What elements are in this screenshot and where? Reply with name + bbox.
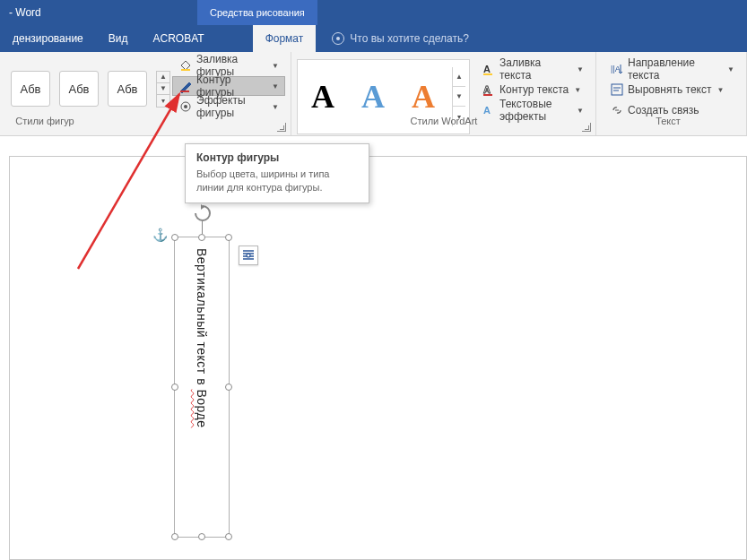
resize-handle-ml[interactable] [171,383,178,391]
resize-handle-mr[interactable] [225,383,232,391]
svg-line-13 [78,94,179,269]
shape-effects-label: Эффекты фигуры [196,94,266,119]
svg-text:A: A [483,105,491,116]
tooltip-title: Контур фигуры [196,151,358,164]
text-outline-label: Контур текста [499,83,569,96]
layout-options-button[interactable] [239,246,258,265]
svg-rect-0 [181,69,190,71]
dropdown-arrow-icon: ▼ [272,82,279,90]
tooltip-description: Выбор цвета, ширины и типа линии для кон… [196,168,358,195]
svg-text:A: A [483,64,491,74]
create-link-label: Создать связь [628,104,699,116]
svg-rect-7 [483,94,492,96]
paint-bucket-icon [178,58,193,73]
align-text-button[interactable]: Выровнять текст ▼ [604,80,741,99]
wordart-preset-3[interactable]: A [402,77,445,116]
text-fill-button[interactable]: A Заливка текста ▼ [475,59,590,79]
resize-handle-br[interactable] [225,533,232,540]
gallery-up-button[interactable]: ▲ [453,67,465,87]
tooltip-shape-outline: Контур фигуры Выбор цвета, ширины и типа… [185,143,369,203]
align-text-label: Выровнять текст [628,83,711,96]
dropdown-arrow-icon: ▼ [574,86,581,94]
gallery-up-button[interactable]: ▲ [157,72,169,83]
tell-me-search[interactable]: Что вы хотите сделать? [332,25,469,52]
wordart-preset-2[interactable]: A [352,77,395,116]
tab-acrobat[interactable]: ACROBAT [141,25,217,52]
textbox-shape[interactable]: Вертикальный текст в Ворде [174,237,230,538]
annotation-arrow [74,90,190,278]
tell-me-placeholder: Что вы хотите сделать? [350,32,469,45]
title-bar: - Word Средства рисования [0,0,747,25]
app-title: - Word [0,6,50,19]
group-wordart-styles: A A A ▲ ▼ ▾ A Заливка текста ▼ [291,52,596,135]
text-direction-button[interactable]: ||A Направление текста ▼ [604,59,741,79]
dropdown-arrow-icon: ▼ [727,65,734,73]
wordart-preset-1[interactable]: A [301,77,344,116]
align-text-icon [610,82,624,97]
group-text: ||A Направление текста ▼ Выровнять текст… [596,52,747,135]
text-fill-label: Заливка текста [499,56,571,82]
gallery-down-button[interactable]: ▼ [453,87,465,107]
dropdown-arrow-icon: ▼ [577,107,584,115]
resize-handle-bm[interactable] [198,533,205,540]
resize-handle-tm[interactable] [198,234,205,241]
resize-handle-tr[interactable] [225,234,232,241]
dropdown-arrow-icon: ▼ [577,65,584,73]
lightbulb-icon [332,32,344,45]
svg-text:A: A [483,84,491,95]
dropdown-arrow-icon: ▼ [717,86,724,94]
group-label-wordart: Стили WordArt [291,116,596,134]
resize-handle-bl[interactable] [171,533,178,540]
shape-fill-button[interactable]: Заливка фигуры ▼ [172,56,285,75]
dropdown-arrow-icon: ▼ [272,103,279,111]
text-direction-label: Направление текста [628,56,722,82]
svg-rect-10 [612,84,622,95]
contextual-tab-drawing-tools: Средства рисования [197,0,317,25]
layout-options-icon [241,248,256,263]
text-fill-icon: A [482,62,496,76]
rotate-handle[interactable] [192,202,213,224]
wordart-dialog-launcher[interactable] [582,123,591,132]
shape-styles-dialog-launcher[interactable] [277,123,286,132]
group-label-text: Текст [596,116,740,134]
tab-review[interactable]: дензирование [0,25,96,52]
text-outline-button[interactable]: A Контур текста ▼ [475,80,590,99]
dropdown-arrow-icon: ▼ [272,62,279,70]
shape-style-preset-1[interactable]: Абв [11,71,50,107]
tab-view[interactable]: Вид [96,25,141,52]
ribbon-tabs: дензирование Вид ACROBAT Формат Что вы х… [0,25,747,52]
text-outline-icon: A [482,82,496,97]
text-direction-icon: ||A [610,62,624,76]
tab-format[interactable]: Формат [253,25,317,52]
svg-rect-5 [483,73,492,75]
